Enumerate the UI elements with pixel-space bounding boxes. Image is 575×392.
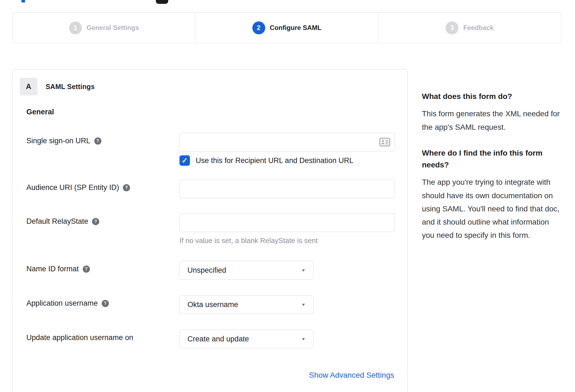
name-id-format-value: Unspecified [187,266,302,275]
update-application-username-value: Create and update [187,335,302,343]
audience-uri-label: Audience URI (SP Entity ID) [26,183,119,192]
name-id-format-select[interactable]: Unspecified ▼ [179,261,313,280]
cutoff-blue-remnant [21,0,25,2]
application-username-value: Okta username [187,300,302,309]
panel-title: SAML Settings [46,83,95,91]
help-answer-2: The app you're trying to integrate with … [422,176,561,242]
name-id-format-row: Name ID format ? Unspecified ▼ [13,261,407,280]
audience-uri-row: Audience URI (SP Entity ID) ? [13,180,407,198]
page-header-remnant [0,0,575,12]
step-general-settings[interactable]: 1 General Settings [13,13,195,43]
recipient-url-checkbox[interactable]: ✓ [179,155,190,166]
help-answer-1: This form generates the XML needed for t… [422,107,561,134]
name-id-format-label: Name ID format [26,265,79,273]
help-icon[interactable]: ? [94,137,101,145]
panel-header: A SAML Settings [13,78,407,95]
update-application-username-row: Update application username on Create an… [13,330,407,348]
update-application-username-select[interactable]: Create and update ▼ [179,330,313,348]
chevron-down-icon: ▼ [301,302,306,307]
contact-card-icon[interactable] [379,138,390,147]
saml-settings-panel: A SAML Settings General Single sign-on U… [12,69,408,392]
application-username-row: Application username ? Okta username ▼ [13,295,407,314]
default-relaystate-row: Default RelayState ? If no value is set,… [13,213,407,245]
application-username-select[interactable]: Okta username ▼ [179,295,313,314]
help-sidebar: What does this form do? This form genera… [422,69,561,242]
default-relaystate-input[interactable] [179,213,395,232]
chevron-down-icon: ▼ [301,337,306,341]
single-sign-on-url-input[interactable] [179,133,395,151]
application-username-label-wrap: Application username ? [26,295,179,308]
step-1-label: General Settings [87,24,139,32]
update-application-username-label: Update application username on [26,333,133,342]
help-block-where: Where do I find the info this form needs… [422,147,561,242]
help-icon[interactable]: ? [102,300,109,307]
step-2-number-badge: 2 [252,21,265,34]
update-application-username-label-wrap: Update application username on [26,330,179,342]
step-1-number-badge: 1 [69,21,82,34]
default-relaystate-label: Default RelayState [26,217,88,226]
help-icon[interactable]: ? [83,266,90,273]
step-3-label: Feedback [463,24,494,32]
step-3-number-badge: 3 [446,21,458,34]
audience-uri-label-wrap: Audience URI (SP Entity ID) ? [26,180,179,192]
help-icon[interactable]: ? [92,218,99,225]
help-block-what: What does this form do? This form genera… [422,90,561,134]
relaystate-hint: If no value is set, a blank RelayState i… [179,236,407,245]
help-question-2: Where do I find the info this form needs… [422,147,561,171]
default-relaystate-label-wrap: Default RelayState ? [26,213,179,226]
single-sign-on-url-label-wrap: Single sign-on URL ? [26,133,179,145]
recipient-url-checkbox-row: ✓ Use this for Recipient URL and Destina… [179,155,407,166]
audience-uri-input[interactable] [179,180,395,198]
section-a-badge: A [20,78,37,95]
step-configure-saml[interactable]: 2 Configure SAML [195,13,378,43]
step-2-label: Configure SAML [270,24,322,32]
cutoff-app-logo-remnant [156,0,168,4]
advanced-settings-row: Show Advanced Settings [13,371,407,380]
show-advanced-settings-link[interactable]: Show Advanced Settings [309,371,394,379]
name-id-format-label-wrap: Name ID format ? [26,261,179,273]
single-sign-on-url-label: Single sign-on URL [26,137,90,145]
wizard-stepper: 1 General Settings 2 Configure SAML 3 Fe… [12,12,561,43]
help-question-1: What does this form do? [422,90,561,102]
help-icon[interactable]: ? [123,184,130,191]
step-feedback[interactable]: 3 Feedback [378,13,561,43]
single-sign-on-url-row: Single sign-on URL ? ✓ [13,133,407,166]
chevron-down-icon: ▼ [301,268,306,272]
application-username-label: Application username [26,299,98,308]
recipient-url-checkbox-label: Use this for Recipient URL and Destinati… [196,156,353,165]
general-section-heading: General [26,108,407,116]
